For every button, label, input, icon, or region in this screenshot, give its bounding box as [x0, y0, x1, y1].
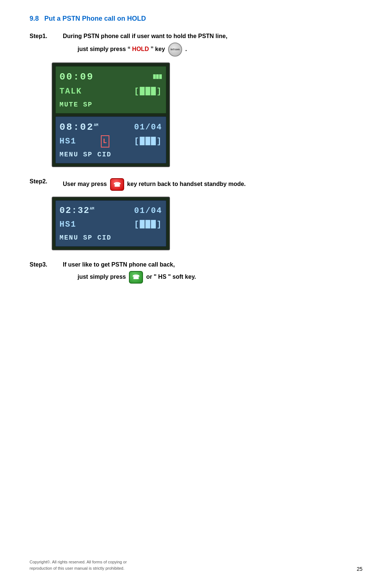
- lcd3-date: 01/04: [134, 204, 162, 217]
- step1-main-text: During PSTN phone call if user want to h…: [63, 33, 362, 40]
- step1-label: Step1.: [30, 33, 63, 40]
- lcd3-softkeys: MENU SP CID: [59, 233, 112, 243]
- lcd3-bars: [███]: [134, 218, 162, 231]
- lcd3-am: AM: [90, 207, 94, 211]
- lcd2-am: AM: [94, 123, 98, 127]
- intcom-button-icon: Int'com: [168, 43, 182, 57]
- lcd2-time: 08:02AM: [59, 120, 98, 135]
- lcd-softkeys: MUTE SP: [59, 99, 93, 110]
- lcd-hs1-screen: 08:02AM 01/04 HS1 L [███] MENU SP CID: [55, 116, 166, 164]
- step3-main-text: If user like to get PSTN phone call back…: [63, 261, 362, 268]
- step2-pre: User may press: [63, 181, 107, 187]
- lcd2-time-val: 08:02: [59, 122, 94, 133]
- step2-post: key return back to handset standby mode.: [127, 181, 246, 187]
- lcd2-row2: HS1 L [███]: [59, 135, 162, 148]
- lcd2-row3: MENU SP CID: [59, 149, 162, 160]
- step1-pre-text: just simply press “: [78, 46, 132, 52]
- step1-screen1: 00:09 ███ TALK [███] MUTE SP 08:02AM 01/: [52, 62, 170, 167]
- lcd3-row2: HS1 [███]: [59, 218, 162, 231]
- page-number: 25: [357, 566, 362, 572]
- step3-header: Step3. If user like to get PSTN phone ca…: [30, 261, 362, 268]
- step2-text: User may press ☎ key return back to hand…: [63, 178, 362, 191]
- lcd2-bars: [███]: [134, 135, 162, 148]
- end-call-button-icon: ☎: [110, 178, 124, 191]
- copyright-line2: reproduction of this user manual is stri…: [30, 565, 127, 572]
- step3-sub: just simply press ☎ or " HS " soft key.: [78, 271, 362, 284]
- step3-pre: just simply press: [78, 274, 126, 280]
- section-title: Put a PSTN Phone call on HOLD: [44, 15, 146, 22]
- lcd2-softkeys: MENU SP CID: [59, 149, 112, 160]
- lcd3-hs1: HS1: [59, 218, 76, 231]
- step3-label: Step3.: [30, 261, 63, 268]
- lcd-time: 00:09: [59, 70, 94, 85]
- step1-sub: just simply press “ HOLD ” key Int'com .: [78, 43, 362, 57]
- step2-screen: 02:32AM 01/04 HS1 [███] MENU SP CID: [52, 197, 170, 250]
- step2-block: Step2. User may press ☎ key return back …: [30, 178, 362, 250]
- lcd-signal: ███: [153, 74, 162, 81]
- lcd-standby-screen: 02:32AM 01/04 HS1 [███] MENU SP CID: [55, 200, 166, 246]
- lcd3-row1: 02:32AM 01/04: [59, 204, 162, 218]
- lcd-row1: 00:09 ███: [59, 70, 162, 85]
- step1-period: .: [185, 46, 187, 52]
- copyright-text: Copyright©. All rights reserved. All for…: [30, 559, 127, 572]
- lcd2-date: 01/04: [134, 121, 162, 134]
- step1-block: Step1. During PSTN phone call if user wa…: [30, 33, 362, 167]
- copyright-line1: Copyright©. All rights reserved. All for…: [30, 559, 127, 566]
- lcd-row2: TALK [███]: [59, 85, 162, 98]
- lcd2-row1: 08:02AM 01/04: [59, 120, 162, 135]
- step3-block: Step3. If user like to get PSTN phone ca…: [30, 261, 362, 284]
- lcd3-time-val: 02:32: [59, 206, 90, 216]
- step1-header: Step1. During PSTN phone call if user wa…: [30, 33, 362, 40]
- lcd3-time: 02:32AM: [59, 204, 94, 218]
- lcd-row3: MUTE SP: [59, 99, 162, 110]
- lcd-talk-label: TALK: [59, 85, 82, 98]
- lcd-talk-screen: 00:09 ███ TALK [███] MUTE SP: [55, 66, 166, 113]
- footer: Copyright©. All rights reserved. All for…: [30, 559, 362, 572]
- hold-keyword: HOLD: [132, 46, 149, 52]
- step1-post-text: ” key: [150, 46, 165, 52]
- lcd2-hs1: HS1: [59, 135, 76, 148]
- section-heading: 9.8 Put a PSTN Phone call on HOLD: [30, 15, 362, 23]
- talk-button-icon: ☎: [129, 271, 143, 284]
- step3-mid: or " HS " soft key.: [146, 274, 196, 280]
- step2-header: Step2. User may press ☎ key return back …: [30, 178, 362, 191]
- lcd-signal2: [███]: [134, 85, 162, 98]
- lcd3-row3: MENU SP CID: [59, 233, 162, 243]
- lcd2-indicator: L: [101, 135, 109, 148]
- section-number: 9.8: [30, 15, 39, 22]
- step2-label: Step2.: [30, 178, 63, 185]
